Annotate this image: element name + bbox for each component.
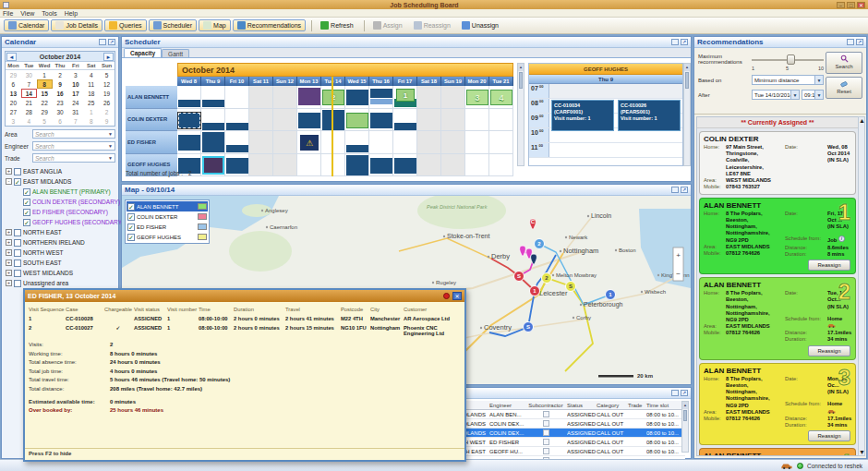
legend-checkbox[interactable]: ✓ [127,203,135,211]
recommendations-button[interactable]: Recommendations [233,19,306,31]
tree-checkbox[interactable]: ✓ [23,209,30,216]
calendar-day-cell[interactable]: 19 [99,89,115,98]
close-icon[interactable]: ✕ [857,2,865,8]
schedule-cell[interactable] [249,86,273,109]
schedule-block[interactable] [202,100,224,107]
calendar-day-cell[interactable]: 4 [83,70,99,79]
subcontractor-checkbox[interactable] [543,439,549,445]
day-view-job-block[interactable]: CC-010026(PEARS001)Visit number: 1 [618,100,681,131]
tree-item-geoff-hughes-secondary-[interactable]: ✓GEOFF HUGHES (SECONDARY) [4,217,116,227]
tree-item-north-west[interactable]: +NORTH WEST [4,248,116,258]
schedule-cell[interactable] [273,86,297,109]
schedule-cell[interactable] [489,154,513,177]
subcontractor-checkbox[interactable] [543,420,549,427]
schedule-cell[interactable] [441,109,465,132]
popup-visit-row[interactable]: 1CC-010028ASSIGNED108:00-10:002 hours 0 … [25,316,464,321]
calendar-day-cell[interactable]: 21 [21,98,37,107]
job-details-button[interactable]: Job Details [51,19,102,31]
calendar-day-cell[interactable]: 2 [53,70,68,79]
scheduler-button[interactable]: Scheduler [149,19,198,31]
subcontractor-checkbox[interactable] [543,429,549,436]
after-time-select[interactable]: 09:19▼ [802,90,824,100]
schedule-cell[interactable] [321,154,345,177]
schedule-cell[interactable] [417,86,441,109]
popup-visit-row[interactable]: 2CC-010027✓ASSIGNED108:00-10:002 hours 0… [25,325,464,336]
recommendation-card-2[interactable]: ALAN BENNETTHome:8 The Poplars,Beeston,N… [699,277,856,360]
area-search-input[interactable]: Search▼ [32,129,115,139]
schedule-block[interactable] [178,113,200,128]
column-header-status[interactable]: Status [567,403,597,408]
tree-expander-icon[interactable]: + [6,270,12,276]
schedule-cell[interactable] [417,109,441,132]
calendar-day-cell[interactable]: 11 [83,79,99,89]
menu-item-tools[interactable]: Tools [42,10,56,17]
reset-button[interactable]: Reset [826,77,862,99]
calendar-day-cell[interactable]: 9 [99,116,115,126]
calendar-day-cell[interactable]: 24 [67,98,83,107]
schedule-block[interactable] [394,123,416,130]
calendar-day-cell[interactable]: 23 [53,98,68,107]
schedule-cell[interactable] [273,154,297,177]
tree-checkbox[interactable] [14,239,21,247]
schedule-cell[interactable] [249,154,273,177]
calendar-day-cell[interactable]: 6 [53,116,68,126]
tree-item-alan-bennett-primary-[interactable]: ✓ALAN BENNETT (PRIMARY) [4,187,116,197]
engineer-search-input[interactable]: Search▼ [32,141,115,151]
queries-button[interactable]: Queries [104,19,147,31]
tree-expander-icon[interactable]: + [6,260,12,266]
schedule-block[interactable] [226,145,248,152]
calendar-day-cell[interactable]: 8 [83,116,99,126]
schedule-cell[interactable] [273,109,297,132]
schedule-block[interactable] [394,158,416,174]
day-view-slot[interactable] [549,143,682,157]
restore-panel-icon[interactable] [671,390,679,396]
calendar-day-cell[interactable]: 5 [99,70,115,79]
day-view-slot[interactable] [549,84,682,98]
next-month-button[interactable]: ► [103,53,114,61]
calendar-day-cell[interactable]: 8 [37,79,53,89]
day-view-scrollbar[interactable]: ▲ [683,63,691,166]
subcontractor-checkbox[interactable] [543,411,549,417]
schedule-cell[interactable] [225,86,249,109]
calendar-day-cell[interactable]: 7 [67,116,83,126]
calendar-day-cell[interactable]: 7 [21,79,37,89]
tree-checkbox[interactable]: ✓ [23,199,30,206]
subcontractor-checkbox[interactable] [543,448,549,454]
schedule-block[interactable] [202,123,224,130]
restore-panel-icon[interactable] [671,187,679,193]
calendar-day-cell[interactable]: 6 [6,79,21,89]
schedule-block[interactable] [346,155,368,175]
calendar-day-cell[interactable]: 1 [37,70,53,79]
schedule-block[interactable]: ⚠ [300,135,319,151]
column-header-engineer[interactable]: Engineer [489,403,524,408]
calendar-day-cell[interactable]: 27 [6,107,21,116]
calendar-day-cell[interactable]: 26 [99,98,115,107]
after-date-picker[interactable]: Tue 14/10/2014▼ [752,90,800,100]
tree-expander-icon[interactable]: + [6,229,12,236]
schedule-block[interactable]: 3 [466,90,488,105]
calendar-day-cell[interactable]: 10 [67,79,83,89]
restore-panel-icon[interactable] [671,39,679,45]
schedule-cell[interactable] [465,131,489,154]
schedule-block[interactable] [298,113,320,128]
unassign-button[interactable]: Unassign [457,19,503,31]
schedule-block[interactable]: 2 [322,90,344,105]
tree-checkbox[interactable]: ✓ [14,178,21,186]
tree-expander-icon[interactable]: - [6,178,12,185]
trade-search-input[interactable]: Search▼ [32,153,115,163]
schedule-cell[interactable] [321,131,345,154]
tree-expander-icon[interactable]: + [6,239,12,246]
tree-checkbox[interactable]: ✓ [23,219,30,226]
reassign-button[interactable]: Reassign [808,345,850,356]
schedule-block[interactable]: 4 [490,90,512,105]
tree-item-south-east[interactable]: +SOUTH EAST [4,258,116,268]
tree-item-north-east[interactable]: +NORTH EAST [4,227,116,237]
menu-item-view[interactable]: View [20,10,34,17]
tree-item-ed-fisher-secondary-[interactable]: ✓ED FISHER (SECONDARY) [4,207,116,217]
tree-checkbox[interactable] [14,168,21,175]
schedule-cell[interactable] [273,131,297,154]
legend-checkbox[interactable]: ✓ [127,223,135,231]
schedule-cell[interactable] [393,131,417,154]
calendar-day-cell[interactable]: 18 [83,89,99,98]
schedule-block[interactable] [370,113,392,128]
